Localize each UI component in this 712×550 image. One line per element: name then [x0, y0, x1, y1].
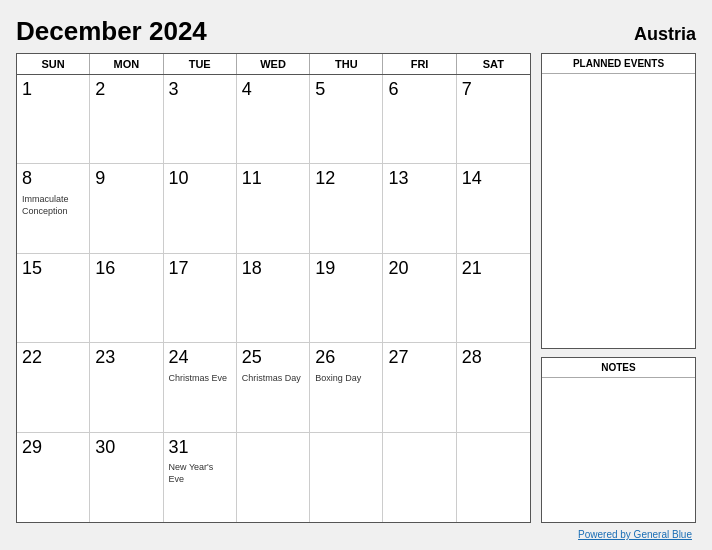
table-row: 28	[457, 343, 530, 432]
day-header-mon: MON	[90, 54, 163, 74]
table-row: 29	[17, 433, 90, 522]
table-row: 1	[17, 75, 90, 164]
day-header-sun: SUN	[17, 54, 90, 74]
day-number: 4	[242, 79, 252, 101]
day-number: 24	[169, 347, 189, 369]
day-number: 8	[22, 168, 32, 190]
day-number: 23	[95, 347, 115, 369]
day-number: 26	[315, 347, 335, 369]
table-row: 11	[237, 164, 310, 253]
day-number: 22	[22, 347, 42, 369]
planned-events-title: PLANNED EVENTS	[542, 54, 695, 74]
table-row: 10	[164, 164, 237, 253]
day-header-tue: TUE	[164, 54, 237, 74]
page: December 2024 Austria SUN MON TUE WED TH…	[0, 0, 712, 550]
day-number: 27	[388, 347, 408, 369]
event-label: Christmas Day	[242, 373, 301, 385]
day-header-wed: WED	[237, 54, 310, 74]
day-number: 9	[95, 168, 105, 190]
planned-events-box: PLANNED EVENTS	[541, 53, 696, 349]
footer: Powered by General Blue	[16, 529, 696, 540]
table-row: 30	[90, 433, 163, 522]
day-number: 25	[242, 347, 262, 369]
notes-title: NOTES	[542, 358, 695, 378]
table-row: 23	[90, 343, 163, 432]
table-row: 5	[310, 75, 383, 164]
table-row: 6	[383, 75, 456, 164]
side-section: PLANNED EVENTS NOTES	[541, 53, 696, 523]
table-row: 4	[237, 75, 310, 164]
table-row: 13	[383, 164, 456, 253]
table-row: 14	[457, 164, 530, 253]
notes-content	[542, 378, 695, 522]
day-number: 21	[462, 258, 482, 280]
notes-box: NOTES	[541, 357, 696, 523]
day-header-fri: FRI	[383, 54, 456, 74]
event-label: New Year's Eve	[169, 462, 231, 485]
table-row	[310, 433, 383, 522]
day-number: 10	[169, 168, 189, 190]
table-row: 25Christmas Day	[237, 343, 310, 432]
calendar-country: Austria	[634, 24, 696, 45]
day-number: 29	[22, 437, 42, 459]
day-number: 28	[462, 347, 482, 369]
table-row: 17	[164, 254, 237, 343]
calendar-section: SUN MON TUE WED THU FRI SAT 12345678Imma…	[16, 53, 531, 523]
day-number: 20	[388, 258, 408, 280]
day-number: 11	[242, 168, 262, 190]
day-number: 15	[22, 258, 42, 280]
table-row: 19	[310, 254, 383, 343]
day-number: 3	[169, 79, 179, 101]
day-number: 7	[462, 79, 472, 101]
day-number: 31	[169, 437, 189, 459]
day-header-sat: SAT	[457, 54, 530, 74]
table-row: 3	[164, 75, 237, 164]
table-row: 20	[383, 254, 456, 343]
table-row: 2	[90, 75, 163, 164]
day-number: 17	[169, 258, 189, 280]
day-number: 1	[22, 79, 32, 101]
main-area: SUN MON TUE WED THU FRI SAT 12345678Imma…	[16, 53, 696, 523]
table-row	[457, 433, 530, 522]
table-row: 22	[17, 343, 90, 432]
event-label: Immaculate Conception	[22, 194, 84, 217]
event-label: Boxing Day	[315, 373, 361, 385]
planned-events-content	[542, 74, 695, 348]
powered-by-link[interactable]: Powered by General Blue	[578, 529, 692, 540]
day-number: 19	[315, 258, 335, 280]
day-number: 14	[462, 168, 482, 190]
table-row: 9	[90, 164, 163, 253]
day-number: 2	[95, 79, 105, 101]
table-row: 8Immaculate Conception	[17, 164, 90, 253]
calendar-grid: 12345678Immaculate Conception91011121314…	[17, 75, 530, 522]
table-row: 18	[237, 254, 310, 343]
table-row: 7	[457, 75, 530, 164]
day-number: 5	[315, 79, 325, 101]
day-header-thu: THU	[310, 54, 383, 74]
table-row: 26Boxing Day	[310, 343, 383, 432]
table-row	[237, 433, 310, 522]
table-row: 24Christmas Eve	[164, 343, 237, 432]
table-row: 21	[457, 254, 530, 343]
day-number: 13	[388, 168, 408, 190]
day-number: 6	[388, 79, 398, 101]
day-number: 16	[95, 258, 115, 280]
day-headers-row: SUN MON TUE WED THU FRI SAT	[17, 54, 530, 75]
day-number: 30	[95, 437, 115, 459]
calendar-title: December 2024	[16, 16, 207, 47]
day-number: 12	[315, 168, 335, 190]
table-row: 31New Year's Eve	[164, 433, 237, 522]
table-row: 27	[383, 343, 456, 432]
table-row: 15	[17, 254, 90, 343]
table-row: 12	[310, 164, 383, 253]
table-row	[383, 433, 456, 522]
event-label: Christmas Eve	[169, 373, 228, 385]
day-number: 18	[242, 258, 262, 280]
calendar-header: December 2024 Austria	[16, 16, 696, 47]
table-row: 16	[90, 254, 163, 343]
